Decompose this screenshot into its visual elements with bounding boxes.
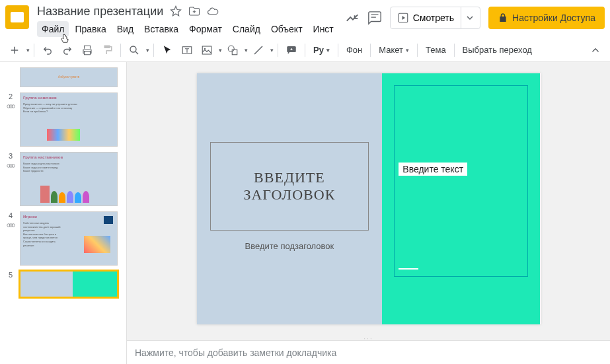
svg-rect-3 (202, 46, 211, 54)
svg-point-10 (12, 105, 15, 108)
layout-button[interactable]: Макет▾ (375, 42, 413, 57)
play-icon (397, 12, 409, 24)
move-folder-icon[interactable] (188, 5, 200, 17)
cloud-status-icon[interactable] (207, 5, 219, 17)
toolbar: ▾ ▾ ▾ ▾ ▾ Рy▾ Фон Макет▾ Тема Выбрать пе… (0, 38, 610, 62)
slide-right-panel: Введите текст (382, 73, 540, 324)
star-icon[interactable] (170, 5, 182, 17)
thumb-title: Игроки (20, 212, 117, 221)
zoom-button[interactable] (125, 41, 143, 59)
lock-icon (498, 13, 508, 23)
zoom-dropdown[interactable]: ▾ (146, 47, 149, 54)
slide-number: 3 (9, 152, 13, 160)
current-slide[interactable]: Введите заголовок Введите подзаголовок В… (197, 73, 541, 324)
main-menu: Файл Правка Вид Вставка Формат Слайд Объ… (37, 21, 345, 37)
svg-point-13 (12, 164, 15, 168)
canvas-wrap: Введите заголовок Введите подзаголовок В… (127, 62, 610, 364)
present-dropdown[interactable] (461, 7, 473, 29)
shape-tool[interactable] (223, 41, 242, 59)
menu-slide[interactable]: Слайд (228, 21, 265, 37)
new-slide-button[interactable] (5, 41, 24, 59)
transition-button[interactable]: Выбрать переход (459, 42, 536, 57)
animation-icon (6, 102, 15, 111)
line-tool[interactable] (249, 41, 268, 59)
svg-point-4 (204, 48, 206, 49)
svg-rect-6 (232, 50, 237, 55)
text-placeholder[interactable]: Введите текст (399, 163, 467, 176)
document-title[interactable]: Название презентации (37, 5, 163, 18)
print-button[interactable] (78, 41, 96, 59)
comment-tool[interactable] (282, 41, 301, 59)
undo-button[interactable] (38, 41, 57, 59)
speaker-notes[interactable]: Нажмите, чтобы добавить заметки докладчи… (127, 340, 610, 364)
menu-format[interactable]: Формат (184, 21, 227, 37)
subtitle-placeholder[interactable]: Введите подзаголовок (210, 237, 369, 255)
share-button[interactable]: Настройки Доступа (488, 7, 605, 29)
background-button[interactable]: Фон (342, 42, 366, 57)
shape-dropdown[interactable]: ▾ (245, 47, 248, 54)
share-label: Настройки Доступа (512, 13, 595, 23)
app-logo[interactable] (5, 5, 29, 29)
thumb-title: Группа наставников (20, 153, 117, 162)
image-tool[interactable] (198, 41, 216, 59)
header-actions: Смотреть Настройки Доступа (345, 4, 605, 29)
redo-button[interactable] (58, 41, 77, 59)
textbox-tool[interactable] (178, 41, 196, 59)
paint-format-button[interactable] (98, 41, 116, 59)
svg-point-1 (130, 46, 136, 52)
select-tool[interactable] (158, 41, 176, 59)
image-dropdown[interactable]: ▾ (219, 47, 222, 54)
notes-placeholder: Нажмите, чтобы добавить заметки докладчи… (135, 347, 336, 358)
menu-file[interactable]: Файл (37, 21, 69, 37)
slide-number: 5 (9, 271, 13, 279)
text-placeholder-box[interactable]: Введите текст (394, 85, 528, 277)
menu-edit[interactable]: Правка (70, 21, 110, 37)
comment-icon[interactable] (367, 11, 382, 25)
notes-drag-handle[interactable]: ··· (127, 335, 610, 340)
line-dropdown[interactable]: ▾ (270, 47, 274, 54)
slide-number: 4 (9, 211, 13, 219)
script-button[interactable]: Рy▾ (309, 42, 334, 57)
title-placeholder[interactable]: Введите заголовок (210, 142, 369, 231)
slide-thumb-2[interactable]: 2 Группа новичков Представиться — хочу л… (0, 90, 126, 149)
slide-number: 2 (9, 92, 13, 100)
app-header: Название презентации Файл Правка Вид Вст… (0, 0, 610, 38)
theme-button[interactable]: Тема (422, 42, 450, 57)
decor-line (399, 268, 418, 270)
history-icon[interactable] (345, 11, 360, 25)
new-slide-dropdown[interactable]: ▾ (26, 47, 30, 54)
animation-icon (6, 221, 15, 230)
main-layout: Азбука чувств 2 Группа новичков Представ… (0, 62, 610, 364)
slide-thumb-4[interactable]: 4 Игроки Собственная модельнаставничеств… (0, 209, 126, 268)
svg-point-5 (228, 46, 234, 52)
chevron-down-icon (467, 15, 473, 21)
title-area: Название презентации Файл Правка Вид Вст… (37, 4, 345, 37)
menu-tools[interactable]: Инст (309, 21, 338, 37)
slide-thumb-1[interactable]: Азбука чувств (0, 65, 126, 90)
slide-left-panel: Введите заголовок Введите подзаголовок (197, 73, 383, 324)
animation-icon (6, 161, 15, 170)
slide-thumb-3[interactable]: 3 Группа наставников Какие задачи для уч… (0, 149, 126, 209)
menu-view[interactable]: Вид (112, 21, 138, 37)
thumb-title: Группа новичков (20, 93, 117, 102)
menu-object[interactable]: Объект (266, 21, 307, 37)
slide-thumb-5[interactable]: 5 (0, 268, 126, 300)
present-button[interactable]: Смотреть (390, 7, 480, 29)
menu-insert[interactable]: Вставка (139, 21, 183, 37)
collapse-toolbar-button[interactable] (586, 41, 605, 59)
svg-point-16 (12, 224, 15, 227)
present-label: Смотреть (413, 13, 454, 23)
slide-canvas[interactable]: Введите заголовок Введите подзаголовок В… (127, 62, 610, 335)
slide-panel[interactable]: Азбука чувств 2 Группа новичков Представ… (0, 62, 127, 364)
